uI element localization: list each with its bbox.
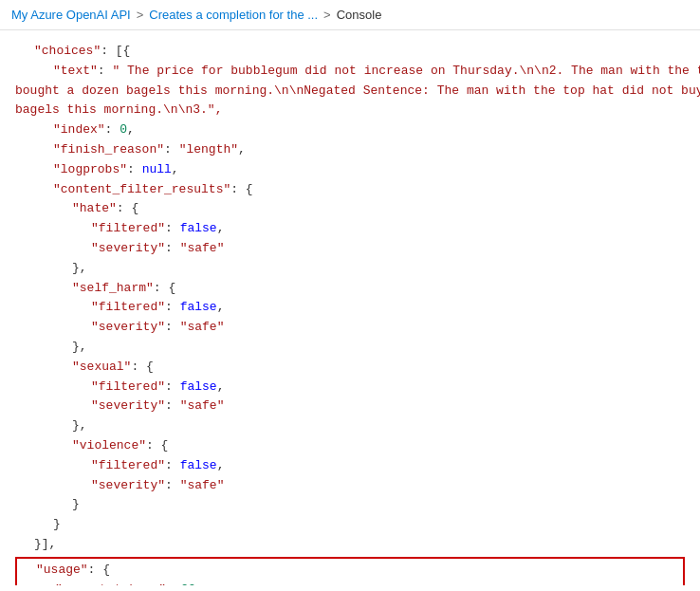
code-line: "filtered": false, [15,378,685,397]
code-line: "text": " The price for bubblegum did no… [15,62,685,82]
breadcrumb-bar: My Azure OpenAI API > Creates a completi… [0,0,700,30]
breadcrumb-link-2[interactable]: Creates a completion for the ... [149,8,318,22]
code-line: "filtered": false, [15,456,685,476]
code-line: } [15,495,685,515]
breadcrumb-link-1[interactable]: My Azure OpenAI API [11,8,131,22]
code-line: }], [15,535,685,555]
code-line: }, [15,259,685,279]
code-line: "content_filter_results": { [15,180,685,200]
code-line: } [15,515,685,535]
usage-section: "usage": { "prompt_tokens": 20, "complet… [15,557,685,585]
code-line-usage-open: "usage": { [17,561,683,581]
code-line-prompt-tokens: "prompt_tokens": 20, [17,581,683,585]
code-line: "choices": [{ [15,42,685,62]
code-line: "severity": "safe" [15,476,685,496]
breadcrumb-sep-1: > [137,8,144,22]
code-line: "severity": "safe" [15,397,685,416]
code-line: "severity": "safe" [15,318,685,338]
code-line: "severity": "safe" [15,239,685,259]
code-line: "hate": { [15,199,685,219]
code-line: }, [15,416,685,436]
code-line: bought a dozen bagels this morning.\n\nN… [15,82,685,102]
code-line: "filtered": false, [15,298,685,318]
code-line: "sexual": { [15,358,685,378]
code-line: bagels this morning.\n\n3.", [15,101,685,120]
code-area: "choices": [{ "text": " The price for bu… [0,30,700,585]
code-line: "finish_reason": "length", [15,140,685,160]
code-line: }, [15,338,685,358]
breadcrumb-sep-2: > [323,8,331,22]
code-line: "self_harm": { [15,279,685,299]
breadcrumb-current: Console [337,8,382,22]
code-line: "index": 0, [15,120,685,140]
code-line: "filtered": false, [15,219,685,239]
code-line: "violence": { [15,436,685,456]
code-line: "logprobs": null, [15,160,685,180]
